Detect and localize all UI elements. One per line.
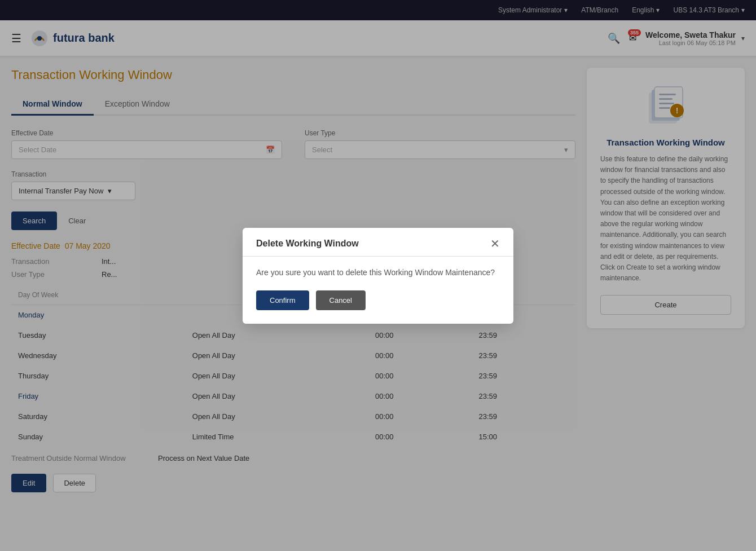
delete-modal: Delete Working Window ✕ Are you sure you… — [243, 228, 513, 324]
modal-header: Delete Working Window ✕ — [243, 228, 513, 257]
modal-close-button[interactable]: ✕ — [490, 238, 500, 249]
modal-title: Delete Working Window — [256, 239, 359, 249]
modal-actions: Confirm Cancel — [256, 290, 500, 310]
modal-overlay: Delete Working Window ✕ Are you sure you… — [0, 0, 756, 551]
confirm-button[interactable]: Confirm — [256, 290, 309, 310]
modal-message: Are you sure you want to delete this Wor… — [256, 268, 500, 277]
modal-body: Are you sure you want to delete this Wor… — [243, 257, 513, 324]
modal-cancel-button[interactable]: Cancel — [316, 290, 366, 310]
